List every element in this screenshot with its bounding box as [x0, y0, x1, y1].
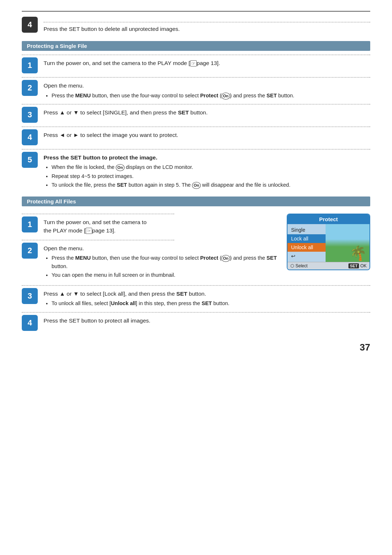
- s1s5-content: Press the SET button to protect the imag…: [44, 152, 370, 190]
- step-num-s1s5: 5: [22, 152, 38, 168]
- s1s5-bullet3: To unlock the file, press the SET button…: [52, 181, 370, 189]
- section1-step3-wrapper: 3 Press ▲ or ▼ to select [SINGLE], and t…: [22, 104, 370, 123]
- select-label: Select: [295, 263, 307, 268]
- section1-step2-wrapper: 2 Open the menu. Press the MENU button, …: [22, 77, 370, 100]
- step-num-s1s3: 3: [22, 107, 38, 123]
- menu-item-single[interactable]: Single: [287, 226, 326, 234]
- section1-step4-row: 4 Press ◄ or ► to select the image you w…: [22, 129, 370, 145]
- protect-dialog-image: 🌴: [326, 224, 369, 262]
- s1s3-text: Press ▲ or ▼ to select [SINGLE], and the…: [44, 108, 370, 117]
- protect-dialog: Protect Single Lock all Unlock all ↩ 🌴 ⬡…: [287, 214, 370, 270]
- on-icon-s2s2: On: [221, 255, 230, 262]
- dotted-line-s1s1: [22, 54, 370, 55]
- select-arrows-icon: ⬡: [290, 263, 294, 268]
- step-num-s2s1: 1: [22, 216, 38, 232]
- step-num-top4: 4: [22, 17, 38, 33]
- dotted-line-s1s4: [22, 126, 370, 127]
- palm-tree-icon: 🌴: [350, 246, 367, 260]
- ref-icon-s2s1: ☞: [86, 228, 92, 234]
- step-num-s2s2: 2: [22, 243, 38, 259]
- s2s2-label: Open the menu.: [44, 244, 279, 252]
- step-num-s2s3: 3: [22, 288, 38, 304]
- section2-step1-wrapper: 1 Turn the power on, and set the camera …: [22, 214, 279, 236]
- section2-step2-wrapper: 2 Open the menu. Press the MENU button, …: [22, 240, 279, 280]
- ok-label: OK: [360, 263, 367, 268]
- section2-header: Protecting All Files: [22, 197, 370, 206]
- s1s5-bullet2: Repeat step 4~5 to protect images.: [52, 172, 370, 180]
- section2-step3-wrapper: 3 Press ▲ or ▼ to select [Lock all], and…: [22, 285, 370, 308]
- s1s5-bullet1: When the file is locked, the On displays…: [52, 163, 370, 171]
- section2-step4-row: 4 Press the SET button to protect all im…: [22, 315, 370, 331]
- s1s4-text: Press ◄ or ► to select the image you wan…: [44, 131, 370, 139]
- footer-select: ⬡ Select: [290, 263, 307, 268]
- step-num-s1s2: 2: [22, 80, 38, 96]
- s1s2-bullet1: Press the MENU button, then use the four…: [52, 92, 370, 100]
- dotted-line-s1s3: [22, 104, 370, 105]
- section1-step5-wrapper: 5 Press the SET button to protect the im…: [22, 149, 370, 190]
- menu-item-unlockall[interactable]: Unlock all: [287, 243, 326, 252]
- s2s2-content: Open the menu. Press the MENU button, th…: [44, 243, 279, 280]
- s2s3-bullet1: To unlock all files, select [Unlock all]…: [52, 299, 370, 307]
- step-num-s2s4: 4: [22, 315, 38, 331]
- section2-step2-row: 2 Open the menu. Press the MENU button, …: [22, 243, 279, 280]
- dotted-line-s2s3: [22, 285, 370, 286]
- s2s3-bullets: To unlock all files, select [Unlock all]…: [52, 299, 370, 307]
- page-number: 37: [22, 342, 370, 353]
- section1-step1-wrapper: 1 Turn the power on, and set the camera …: [22, 54, 370, 73]
- s2s4-text: Press the SET button to protect all imag…: [44, 316, 370, 325]
- protect-dialog-footer: ⬡ Select SET OK: [287, 262, 369, 270]
- section1-step5-row: 5 Press the SET button to protect the im…: [22, 152, 370, 190]
- s1s2-content: Open the menu. Press the MENU button, th…: [44, 80, 370, 100]
- s1s2-label: Open the menu.: [44, 81, 370, 90]
- s2s3-text: Press ▲ or ▼ to select [Lock all], and t…: [44, 289, 370, 298]
- s2s1-text: Turn the power on, and set the camera to…: [44, 218, 279, 235]
- dotted-line-s2s1: [22, 214, 174, 214]
- step-num-s1s1: 1: [22, 57, 38, 73]
- dotted-line: [44, 22, 370, 23]
- protect-menu: Single Lock all Unlock all ↩: [287, 224, 326, 262]
- step-num-s1s4: 4: [22, 129, 38, 145]
- s1s2-bullets: Press the MENU button, then use the four…: [52, 92, 370, 100]
- menu-item-back[interactable]: ↩: [287, 252, 326, 260]
- top-divider: [22, 11, 370, 12]
- section2-step3-row: 3 Press ▲ or ▼ to select [Lock all], and…: [22, 288, 370, 308]
- top-step4-content: Press the SET button to delete all unpro…: [44, 17, 370, 35]
- set-btn-icon: SET: [348, 263, 359, 268]
- section1-step2-row: 2 Open the menu. Press the MENU button, …: [22, 80, 370, 100]
- s1s4-content: Press ◄ or ► to select the image you wan…: [44, 129, 370, 141]
- s1s5-label: Press the SET button to protect the imag…: [44, 153, 370, 162]
- on-icon-s1s5b: On: [192, 182, 200, 189]
- on-icon-s1s2: On: [221, 93, 230, 100]
- section1-step1-row: 1 Turn the power on, and set the camera …: [22, 57, 370, 73]
- s2s1-content: Turn the power on, and set the camera to…: [44, 216, 279, 236]
- section1-header: Protecting a Single File: [22, 41, 370, 51]
- on-icon-s1s5a: On: [116, 164, 124, 171]
- s1s3-content: Press ▲ or ▼ to select [SINGLE], and the…: [44, 107, 370, 118]
- s2s2-bullet2: You can open the menu in full screen or …: [52, 271, 279, 279]
- s1s1-text: Turn the power on, and set the camera to…: [44, 59, 370, 67]
- dotted-line-s1s5: [22, 149, 370, 150]
- section2-left: 1 Turn the power on, and set the camera …: [22, 210, 279, 281]
- s1s5-bullets: When the file is locked, the On displays…: [52, 163, 370, 189]
- top-step-4-row: 4 Press the SET button to delete all unp…: [22, 17, 370, 35]
- ref-icon-s1s1: ☞: [190, 60, 197, 66]
- menu-item-lockall[interactable]: Lock all: [287, 234, 326, 243]
- dotted-line-s2s2: [22, 240, 174, 240]
- s2s2-bullets: Press the MENU button, then use the four…: [52, 254, 279, 279]
- section1-step4-wrapper: 4 Press ◄ or ► to select the image you w…: [22, 126, 370, 145]
- section2-step4-wrapper: 4 Press the SET button to protect all im…: [22, 312, 370, 331]
- ok-section: SET OK: [348, 263, 367, 268]
- protect-dialog-title: Protect: [287, 214, 369, 224]
- dotted-line-s1s2: [22, 77, 370, 78]
- dotted-line-s2s4: [22, 312, 370, 313]
- s2s3-content: Press ▲ or ▼ to select [Lock all], and t…: [44, 288, 370, 308]
- top-step4-text: Press the SET button to delete all unpro…: [44, 25, 370, 33]
- protect-dialog-body: Single Lock all Unlock all ↩ 🌴: [287, 224, 369, 262]
- s2s2-bullet1: Press the MENU button, then use the four…: [52, 254, 279, 270]
- section1-step3-row: 3 Press ▲ or ▼ to select [SINGLE], and t…: [22, 107, 370, 123]
- section2-step1-row: 1 Turn the power on, and set the camera …: [22, 216, 279, 236]
- s1s1-content: Turn the power on, and set the camera to…: [44, 57, 370, 69]
- section2-twocol: 1 Turn the power on, and set the camera …: [22, 210, 370, 281]
- s2s4-content: Press the SET button to protect all imag…: [44, 315, 370, 326]
